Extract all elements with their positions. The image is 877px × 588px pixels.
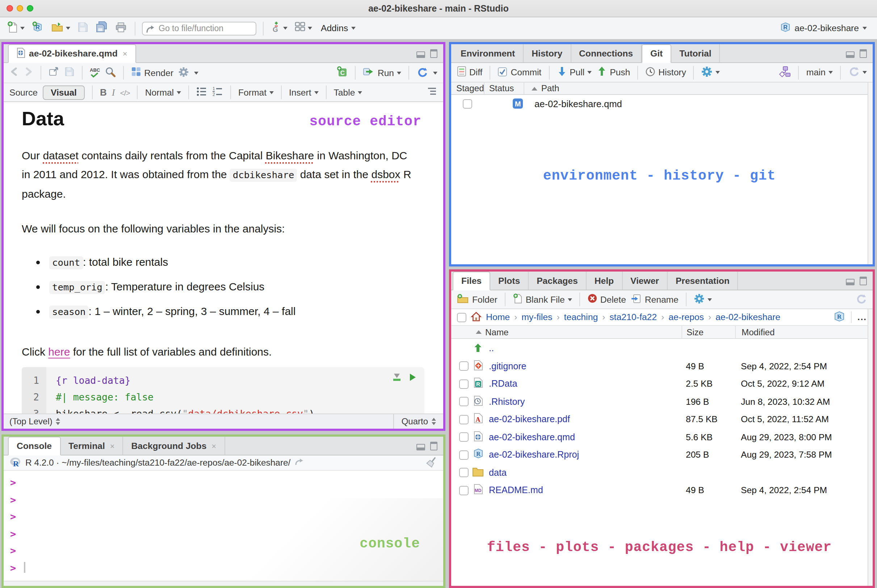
tab-plots[interactable]: Plots (490, 272, 529, 290)
save-icon[interactable] (64, 67, 75, 79)
commit-button[interactable]: Commit (498, 66, 541, 79)
tab-viewer[interactable]: Viewer (622, 272, 668, 290)
history-button[interactable]: History (645, 66, 686, 79)
spellcheck-icon[interactable]: ABC (90, 68, 100, 78)
doc-format-selector[interactable]: Quarto (394, 414, 443, 429)
project-menu[interactable]: R ae-02-bikeshare (780, 22, 871, 35)
files-more-button[interactable] (694, 293, 712, 306)
code-chunk[interactable]: 1{r load-data} 2#| message: false 3bikes… (22, 367, 424, 414)
breadcrumb-ae-repos[interactable]: ae-repos (669, 312, 704, 322)
close-tab-icon[interactable]: × (123, 49, 127, 58)
tab-qmd-file[interactable]: ae-02-bikeshare.qmd × (8, 44, 136, 63)
rename-button[interactable]: Rename (631, 293, 679, 306)
italic-button[interactable]: I (112, 87, 115, 98)
back-icon[interactable] (9, 67, 19, 79)
format-menu[interactable]: Format (238, 87, 274, 98)
breadcrumb-sta210[interactable]: sta210-fa22 (609, 312, 657, 322)
console-output[interactable]: > > > > > > console (4, 471, 443, 581)
column-status[interactable]: Status (485, 82, 525, 94)
outline-toggle-icon[interactable] (427, 87, 438, 98)
tab-console[interactable]: Console (8, 436, 60, 456)
minimize-pane-icon[interactable] (417, 444, 425, 450)
git-settings-button[interactable] (702, 66, 720, 79)
open-in-new-window-icon[interactable] (48, 67, 59, 79)
file-checkbox[interactable] (459, 450, 469, 460)
file-checkbox[interactable] (459, 380, 469, 389)
branch-icon[interactable] (778, 66, 791, 79)
column-staged[interactable]: Staged (451, 82, 485, 94)
paragraph-style-dropdown[interactable]: Normal (145, 87, 181, 98)
insert-menu[interactable]: Insert (289, 87, 319, 98)
file-row[interactable]: ae-02-bikeshare.qmd 5.6 KB Aug 29, 2023,… (451, 428, 873, 446)
maximize-pane-icon[interactable] (430, 442, 438, 450)
new-folder-button[interactable]: Folder (457, 293, 498, 306)
open-file-button[interactable] (50, 20, 72, 37)
file-checkbox[interactable] (459, 433, 469, 442)
breadcrumb-my-files[interactable]: my-files (522, 312, 552, 322)
close-tab-icon[interactable]: × (211, 441, 216, 450)
select-all-checkbox[interactable] (457, 312, 466, 322)
file-row[interactable]: MD README.md 49 B Sep 4, 2022, 2:54 PM (451, 482, 873, 499)
more-path-button[interactable]: ... (858, 312, 867, 322)
tab-presentation[interactable]: Presentation (668, 272, 738, 290)
visual-editor-content[interactable]: Data source editor Our dataset contains … (4, 102, 443, 414)
file-checkbox[interactable] (459, 397, 469, 406)
render-button[interactable]: Render (131, 67, 174, 79)
bullet-list-icon[interactable] (196, 86, 207, 99)
maximize-pane-icon[interactable] (860, 49, 867, 58)
visual-mode-toggle[interactable]: Visual (43, 85, 85, 100)
delete-button[interactable]: Delete (587, 293, 626, 306)
blank-file-button[interactable]: Blank File (513, 293, 572, 306)
here-link[interactable]: here (48, 345, 70, 358)
pull-button[interactable]: Pull (556, 66, 592, 79)
chevron-down-icon[interactable] (195, 71, 199, 74)
goto-file-input[interactable] (142, 21, 256, 35)
file-row[interactable]: R .RData 2.5 KB Oct 5, 2022, 9:12 AM (451, 375, 873, 393)
source-mode-toggle[interactable]: Source (9, 87, 37, 98)
tab-terminal[interactable]: Terminal× (60, 436, 123, 455)
file-checkbox[interactable] (459, 362, 469, 371)
minimize-pane-icon[interactable] (846, 279, 855, 285)
refresh-icon[interactable] (855, 293, 867, 306)
close-tab-icon[interactable]: × (110, 441, 115, 450)
pane-layout-button[interactable] (293, 20, 313, 36)
tab-background-jobs[interactable]: Background Jobs× (123, 436, 225, 455)
numbered-list-icon[interactable]: 12 (212, 86, 223, 99)
table-menu[interactable]: Table (334, 87, 363, 98)
maximize-pane-icon[interactable] (860, 277, 867, 285)
staged-checkbox[interactable] (463, 99, 472, 108)
file-row[interactable]: .gitignore 49 B Sep 4, 2022, 2:54 PM (451, 357, 873, 375)
tab-git[interactable]: Git (642, 44, 671, 63)
git-file-row[interactable]: M ae-02-bikeshare.qmd (451, 95, 873, 112)
new-file-button[interactable] (6, 20, 26, 37)
file-checkbox[interactable] (459, 486, 469, 495)
column-modified[interactable]: Modified (735, 326, 873, 338)
new-chunk-icon[interactable]: C (337, 66, 348, 80)
addins-menu[interactable]: Addins (318, 22, 358, 35)
diff-button[interactable]: Diff (457, 66, 482, 79)
breadcrumb-teaching[interactable]: teaching (564, 312, 598, 322)
file-row[interactable]: data (451, 464, 873, 482)
minimize-pane-icon[interactable] (417, 51, 425, 58)
clear-console-broom-icon[interactable] (426, 456, 438, 470)
render-settings-gear-icon[interactable] (178, 66, 189, 79)
tab-connections[interactable]: Connections (571, 44, 642, 62)
file-row-up[interactable]: .. (451, 340, 873, 357)
column-size[interactable]: Size (682, 326, 735, 338)
version-control-button[interactable]: G (270, 20, 289, 37)
files-scrollbar[interactable] (868, 309, 873, 586)
find-replace-icon[interactable] (105, 66, 116, 79)
breadcrumb-ae-02-bikeshare[interactable]: ae-02-bikeshare (715, 312, 780, 322)
open-directory-icon[interactable] (295, 457, 304, 468)
maximize-pane-icon[interactable] (430, 49, 438, 58)
column-path[interactable]: Path (525, 83, 873, 93)
tab-packages[interactable]: Packages (529, 272, 586, 290)
bold-button[interactable]: B (100, 87, 107, 98)
scope-selector[interactable]: (Top Level) (9, 416, 52, 426)
save-all-button[interactable] (94, 20, 109, 37)
save-button[interactable] (76, 20, 90, 37)
tab-tutorial[interactable]: Tutorial (671, 44, 720, 62)
print-button[interactable] (114, 20, 128, 37)
rerun-icon[interactable] (417, 66, 428, 79)
new-project-button[interactable]: R (30, 20, 46, 37)
